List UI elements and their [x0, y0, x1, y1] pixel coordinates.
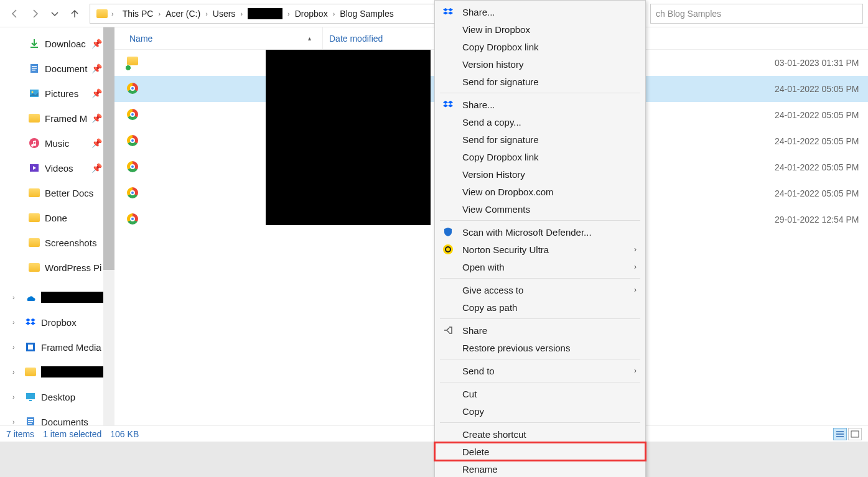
sidebar-item-label: Music: [45, 138, 69, 149]
context-menu-item[interactable]: Norton Security Ultra›: [435, 241, 645, 258]
context-menu-item[interactable]: Copy as path: [435, 299, 645, 316]
context-menu-item[interactable]: Rename: [435, 460, 645, 477]
context-menu-label: Send a copy...: [462, 117, 521, 127]
sidebar-item[interactable]: WordPress Pi: [0, 255, 114, 280]
folder-icon: [25, 366, 36, 377]
context-menu-item[interactable]: Give access to›: [435, 281, 645, 299]
sidebar-tree-item[interactable]: ›: [0, 359, 114, 384]
breadcrumb-item[interactable]: This PC: [119, 9, 157, 19]
dropbox-icon: [442, 99, 454, 110]
folder-icon: [29, 212, 40, 223]
sidebar-item[interactable]: Music📌: [0, 131, 114, 155]
context-menu-label: View Comments: [462, 204, 530, 215]
column-date[interactable]: Date modified: [322, 27, 383, 49]
folder-icon: [29, 187, 40, 198]
context-menu-label: Copy Dropbox link: [462, 152, 539, 162]
chevron-right-icon: ›: [634, 245, 637, 254]
sidebar-item[interactable]: Videos📌: [0, 155, 114, 180]
sidebar-item[interactable]: Document📌: [0, 56, 114, 81]
breadcrumb-root[interactable]: ›: [93, 9, 119, 18]
defender-icon: [442, 226, 454, 238]
context-menu: Share...View in DropboxCopy Dropbox link…: [434, 0, 646, 477]
view-details-button[interactable]: [833, 428, 847, 440]
pin-icon: 📌: [91, 138, 102, 148]
context-menu-item[interactable]: Send a copy...: [435, 113, 645, 131]
sidebar-item[interactable]: Done: [0, 205, 114, 230]
context-menu-item[interactable]: Copy Dropbox link: [435, 38, 645, 55]
context-menu-item[interactable]: Delete: [435, 443, 645, 460]
context-menu-separator: [440, 422, 640, 423]
back-button[interactable]: [5, 4, 25, 24]
context-menu-item[interactable]: Version History: [435, 165, 645, 183]
column-name[interactable]: Name▴: [129, 34, 322, 44]
context-menu-item[interactable]: Send for signature: [435, 131, 645, 148]
sidebar-item-label: WordPress Pi: [45, 262, 101, 273]
sidebar-scrollbar[interactable]: [103, 27, 114, 425]
context-menu-item[interactable]: View on Dropbox.com: [435, 183, 645, 200]
svg-point-17: [443, 244, 453, 254]
sidebar-tree-item[interactable]: ›Dropbox: [0, 310, 114, 335]
search-input[interactable]: ch Blog Samples: [650, 4, 863, 24]
pictures-icon: [29, 88, 40, 99]
sidebar-tree-item[interactable]: ›Desktop: [0, 384, 114, 409]
up-button[interactable]: [65, 4, 85, 24]
context-menu-separator: [440, 220, 640, 221]
sidebar-item[interactable]: Pictures📌: [0, 81, 114, 106]
context-menu-item[interactable]: View in Dropbox: [435, 21, 645, 38]
context-menu-label: Give access to: [462, 285, 523, 295]
sidebar: Downloac📌Document📌Pictures📌Framed M📌Musi…: [0, 27, 114, 425]
chevron-right-icon: ›: [634, 366, 637, 375]
context-menu-item[interactable]: Open with›: [435, 258, 645, 276]
context-menu-item[interactable]: Share: [435, 322, 645, 339]
context-menu-item[interactable]: Restore previous versions: [435, 339, 645, 356]
context-menu-label: Copy as path: [462, 302, 517, 313]
context-menu-item[interactable]: Copy: [435, 402, 645, 420]
view-icons-button[interactable]: [848, 428, 862, 440]
context-menu-label: Restore previous versions: [462, 343, 570, 353]
context-menu-label: Open with: [462, 262, 505, 272]
context-menu-item[interactable]: Create shortcut: [435, 425, 645, 443]
context-menu-item[interactable]: Scan with Microsoft Defender...: [435, 223, 645, 241]
sidebar-item-label: Videos: [45, 163, 73, 174]
framed-icon: [25, 341, 36, 353]
sidebar-item[interactable]: Framed M📌: [0, 106, 114, 131]
breadcrumb-item[interactable]: Dropbox: [291, 9, 332, 19]
video-icon: [29, 162, 40, 174]
recent-dropdown[interactable]: [45, 4, 65, 24]
context-menu-item[interactable]: Share...: [435, 96, 645, 113]
breadcrumb-item[interactable]: Acer (C:): [162, 9, 204, 19]
context-menu-item[interactable]: Cut: [435, 385, 645, 402]
context-menu-item[interactable]: Version history: [435, 55, 645, 73]
context-menu-label: Scan with Microsoft Defender...: [462, 227, 592, 238]
context-menu-item[interactable]: Share...: [435, 3, 645, 21]
context-menu-label: Version history: [462, 59, 523, 70]
context-menu-label: Cut: [462, 389, 477, 399]
status-item-count: 7 items: [6, 429, 43, 439]
file-date: 03-01-2023 01:31 PM: [762, 58, 868, 68]
svg-rect-3: [32, 70, 35, 71]
context-menu-label: Create shortcut: [462, 429, 526, 440]
sidebar-item-label: Dropbox: [41, 317, 77, 328]
sidebar-tree-item[interactable]: ›Framed Media: [0, 335, 114, 359]
context-menu-separator: [440, 382, 640, 382]
share-icon: [442, 325, 454, 336]
sidebar-item[interactable]: Downloac📌: [0, 31, 114, 56]
breadcrumb-item[interactable]: Users: [209, 9, 240, 19]
context-menu-item[interactable]: View Comments: [435, 200, 645, 218]
sidebar-item[interactable]: Better Docs: [0, 180, 114, 205]
context-menu-item[interactable]: Copy Dropbox link: [435, 148, 645, 165]
forward-button[interactable]: [25, 4, 45, 24]
context-menu-item[interactable]: Send to›: [435, 362, 645, 379]
chevron-right-icon: ›: [634, 262, 637, 271]
sidebar-tree-item[interactable]: ›Documents: [0, 409, 114, 425]
folder-icon: [29, 237, 40, 248]
onedrive-icon: [25, 292, 36, 303]
breadcrumb-item[interactable]: Blog Samples: [336, 9, 397, 19]
sidebar-item[interactable]: Screenshots: [0, 230, 114, 255]
breadcrumb-item[interactable]: [244, 8, 286, 19]
sidebar-item-label: Documents: [41, 417, 88, 426]
file-date: 24-01-2022 05:05 PM: [762, 162, 868, 172]
sidebar-tree-item[interactable]: ›: [0, 285, 114, 310]
context-menu-item[interactable]: Send for signature: [435, 73, 645, 90]
context-menu-label: Share: [462, 325, 487, 336]
